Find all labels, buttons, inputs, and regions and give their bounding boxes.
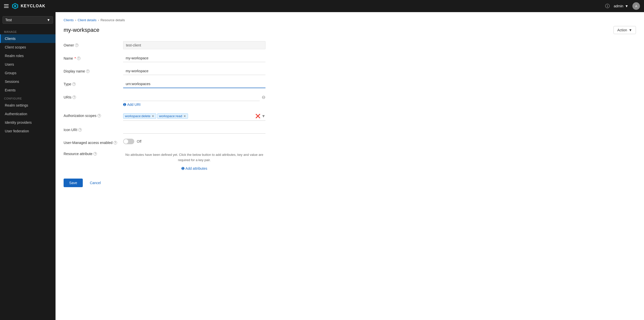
sidebar-section-manage: Manage — [0, 28, 56, 34]
owner-input — [123, 41, 265, 49]
scopes-actions: ❌ ▼ — [255, 114, 265, 118]
sidebar-item-user-federation[interactable]: User federation — [0, 127, 56, 135]
display-name-label: Display name ? — [64, 67, 119, 73]
page-title: my-workspace — [64, 27, 99, 33]
display-name-row: Display name ? — [64, 67, 265, 75]
scopes-clear-button[interactable]: ❌ — [255, 114, 260, 118]
sidebar-item-events[interactable]: Events — [0, 86, 56, 94]
user-managed-field: Off — [123, 139, 265, 144]
sidebar-item-clients[interactable]: Clients — [0, 34, 56, 43]
user-managed-info-icon[interactable]: ? — [114, 141, 117, 144]
user-managed-toggle[interactable] — [123, 139, 134, 144]
resource-attr-field: No attributes have been defined yet. Cli… — [123, 150, 265, 170]
form-actions: Save Cancel — [64, 179, 265, 187]
icon-uri-input[interactable] — [123, 126, 265, 134]
breadcrumb: Clients › Client details › Resource deta… — [64, 18, 636, 22]
sidebar-users-label: Users — [5, 62, 14, 66]
auth-scopes-row: Authorization scopes ? workspace:delete … — [64, 112, 265, 121]
resource-attr-label: Resource attribute ? — [64, 150, 119, 156]
auth-scopes-label: Authorization scopes ? — [64, 112, 119, 118]
auth-scopes-input-area[interactable]: workspace:delete ✕ workspace:read ✕ ❌ ▼ — [123, 112, 265, 121]
help-icon: ⓘ — [605, 3, 610, 9]
remove-scope-delete-button[interactable]: ✕ — [151, 115, 154, 118]
help-button[interactable]: ⓘ — [605, 3, 610, 9]
sidebar-item-authentication[interactable]: Authentication — [0, 110, 56, 118]
cancel-button[interactable]: Cancel — [86, 179, 105, 187]
scopes-dropdown-button[interactable]: ▼ — [261, 114, 265, 118]
save-button[interactable]: Save — [64, 179, 83, 187]
owner-info-icon[interactable]: ? — [75, 43, 78, 47]
breadcrumb-clients[interactable]: Clients — [64, 18, 74, 22]
sidebar-identity-providers-label: Identity providers — [5, 120, 32, 125]
add-uri-plus-icon: ➊ — [123, 103, 126, 107]
icon-uri-info-icon[interactable]: ? — [78, 128, 82, 132]
attr-empty-text: No attributes have been defined yet. Cli… — [123, 150, 265, 165]
uris-row: URIs ? ⊖ ➊ Add URI — [64, 93, 265, 107]
sidebar-user-federation-label: User federation — [5, 129, 29, 133]
sidebar-item-sessions[interactable]: Sessions — [0, 77, 56, 86]
remove-uri-icon: ⊖ — [262, 95, 265, 100]
breadcrumb-sep-1: › — [75, 18, 76, 22]
remove-uri-button[interactable]: ⊖ — [262, 95, 265, 100]
sidebar-realm-roles-label: Realm roles — [5, 54, 24, 58]
logo-area: KEYCLOAK — [12, 3, 45, 10]
resource-attr-row: Resource attribute ? No attributes have … — [64, 150, 265, 170]
uris-field: ⊖ ➊ Add URI — [123, 93, 265, 107]
uris-info-icon[interactable]: ? — [72, 95, 76, 99]
scope-chip-workspace-read: workspace:read ✕ — [157, 113, 188, 119]
display-name-info-icon[interactable]: ? — [86, 69, 90, 73]
avatar: A — [632, 2, 640, 10]
icon-uri-field — [123, 126, 265, 134]
hamburger-menu[interactable] — [4, 4, 9, 8]
navbar: KEYCLOAK ⓘ admin ▼ A — [0, 0, 644, 12]
sidebar-realm-settings-label: Realm settings — [5, 103, 28, 107]
type-input[interactable] — [123, 80, 265, 88]
display-name-input[interactable] — [123, 67, 265, 75]
scope-chip-label: workspace:delete — [125, 114, 150, 118]
auth-scopes-info-icon[interactable]: ? — [97, 114, 101, 117]
name-input[interactable] — [123, 54, 265, 62]
sidebar-item-groups[interactable]: Groups — [0, 69, 56, 77]
breadcrumb-client-details[interactable]: Client details — [78, 18, 96, 22]
auth-scopes-field: workspace:delete ✕ workspace:read ✕ ❌ ▼ — [123, 112, 265, 121]
toggle-slider — [123, 139, 134, 144]
scope-chip-workspace-delete: workspace:delete ✕ — [123, 113, 156, 119]
add-attributes-link[interactable]: ➊ Add attributes — [181, 166, 207, 170]
add-uri-link[interactable]: ➊ Add URI — [123, 103, 141, 107]
user-name: admin — [614, 4, 623, 8]
name-info-icon[interactable]: ? — [77, 57, 80, 60]
chevron-down-icon: ▼ — [625, 4, 628, 8]
user-dropdown[interactable]: admin ▼ — [614, 4, 628, 8]
sidebar: Test ▼ Manage Clients Client scopes Real… — [0, 12, 56, 320]
uri-input[interactable] — [123, 93, 260, 101]
scope-chip-label: workspace:read — [159, 114, 182, 118]
remove-scope-read-button[interactable]: ✕ — [183, 115, 186, 118]
name-required: * — [74, 56, 76, 60]
owner-label: Owner ? — [64, 41, 119, 47]
sidebar-item-realm-roles[interactable]: Realm roles — [0, 52, 56, 60]
type-info-icon[interactable]: ? — [72, 82, 76, 86]
display-name-field — [123, 67, 265, 75]
type-field — [123, 80, 265, 88]
sidebar-sessions-label: Sessions — [5, 80, 19, 84]
sidebar-authentication-label: Authentication — [5, 112, 27, 116]
svg-point-2 — [14, 5, 16, 7]
navbar-left: KEYCLOAK — [4, 3, 45, 10]
uris-label: URIs ? — [64, 93, 119, 99]
resource-attr-info-icon[interactable]: ? — [93, 152, 97, 156]
sidebar-client-scopes-label: Client scopes — [5, 45, 26, 49]
name-field — [123, 54, 265, 62]
add-attr-label: Add attributes — [185, 166, 207, 170]
sidebar-item-realm-settings[interactable]: Realm settings — [0, 101, 56, 110]
action-button-label: Action — [617, 28, 627, 32]
user-managed-row: User-Managed access enabled ? Off — [64, 139, 265, 145]
realm-selector[interactable]: Test ▼ — [3, 16, 53, 24]
type-row: Type ? — [64, 80, 265, 88]
sidebar-events-label: Events — [5, 88, 16, 92]
sidebar-item-client-scopes[interactable]: Client scopes — [0, 43, 56, 52]
breadcrumb-sep-2: › — [98, 18, 99, 22]
sidebar-item-users[interactable]: Users — [0, 60, 56, 69]
sidebar-item-identity-providers[interactable]: Identity providers — [0, 118, 56, 127]
name-row: Name * ? — [64, 54, 265, 62]
action-button[interactable]: Action ▼ — [613, 26, 636, 34]
